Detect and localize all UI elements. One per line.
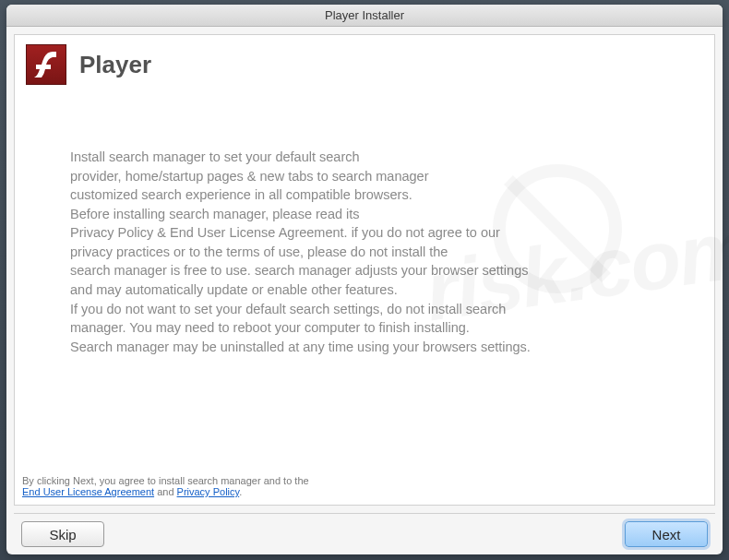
- window-title: Player Installer: [325, 8, 404, 22]
- skip-button[interactable]: Skip: [21, 521, 104, 547]
- body-line: search manager is free to use. search ma…: [70, 261, 659, 280]
- footer-prefix: By clicking Next, you agree to install s…: [22, 475, 309, 486]
- flash-player-icon: [26, 44, 66, 85]
- body-line: privacy practices or to the terms of use…: [70, 243, 659, 262]
- content-panel: risk.com Player Install search manager t…: [14, 34, 715, 506]
- body-line: If you do not want to set your default s…: [70, 300, 659, 319]
- next-button[interactable]: Next: [625, 521, 708, 547]
- window-titlebar: Player Installer: [6, 5, 723, 27]
- body-line: Before installing search manager, please…: [70, 205, 659, 224]
- footer-and: and: [154, 486, 176, 497]
- privacy-link[interactable]: Privacy Policy: [177, 486, 240, 497]
- body-line: and may automatically update or enable o…: [70, 280, 659, 300]
- body-line: Install search manager to set your defau…: [70, 148, 659, 167]
- header: Player: [15, 35, 714, 92]
- app-title: Player: [79, 51, 151, 79]
- body-line: provider, home/startup pages & new tabs …: [70, 167, 659, 186]
- body-line: Search manager may be uninstalled at any…: [70, 338, 659, 357]
- installer-window: Player Installer risk.com Player Install…: [6, 5, 723, 554]
- body-line: manager. You may need to reboot your com…: [70, 318, 659, 338]
- body-line: Privacy Policy & End User License Agreem…: [70, 223, 659, 243]
- eula-link[interactable]: End User License Agreement: [22, 486, 154, 497]
- footer-notice: By clicking Next, you agree to install s…: [22, 475, 707, 497]
- body-line: customized search experience in all comp…: [70, 185, 659, 205]
- body-text: Install search manager to set your defau…: [15, 92, 714, 375]
- bottom-bar: Skip Next: [6, 514, 723, 554]
- footer-suffix: .: [239, 486, 242, 497]
